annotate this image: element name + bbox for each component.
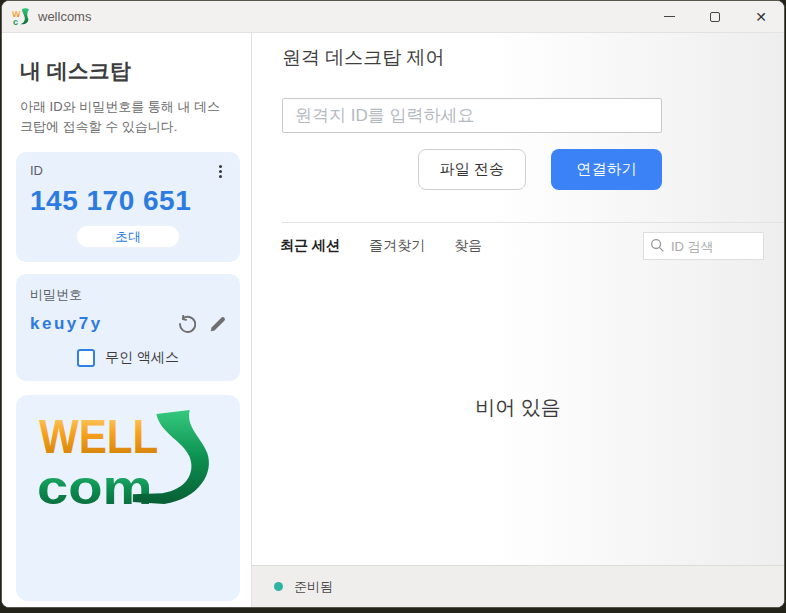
window-title: wellcoms (38, 9, 91, 24)
id-card: ID 145 170 651 초대 (16, 152, 240, 262)
sidebar-heading: 내 데스크탑 (20, 57, 239, 85)
tab-found[interactable]: 찾음 (444, 231, 492, 261)
edit-password-button[interactable] (209, 316, 226, 333)
remote-id-input[interactable] (282, 98, 662, 133)
sidebar: 내 데스크탑 아래 ID와 비밀번호를 통해 내 데스크탑에 접속할 수 있습니… (2, 33, 252, 607)
close-icon: ✕ (755, 10, 767, 24)
connect-button[interactable]: 연결하기 (551, 149, 662, 190)
main-heading: 원격 데스크탑 제어 (282, 45, 784, 71)
empty-state-text: 비어 있음 (475, 394, 561, 421)
my-id-value: 145 170 651 (30, 185, 226, 217)
svg-text:c: c (13, 17, 18, 26)
pencil-icon (209, 316, 226, 333)
unattended-access-checkbox[interactable] (77, 349, 95, 367)
logo-text-well: WELL (39, 409, 158, 463)
main-panel: 원격 데스크탑 제어 파일 전송 연결하기 최근 세션 즐겨찾기 찾음 (252, 33, 784, 607)
logo-card: WELL com (16, 395, 240, 601)
password-value: keuy7y (30, 314, 103, 334)
maximize-icon (710, 12, 720, 22)
tab-recent-sessions[interactable]: 최근 세션 (270, 231, 350, 261)
window-controls: ✕ (646, 1, 784, 33)
password-card: 비밀번호 keuy7y (16, 274, 240, 381)
refresh-password-button[interactable] (177, 315, 196, 334)
file-transfer-button[interactable]: 파일 전송 (418, 149, 526, 190)
invite-button[interactable]: 초대 (76, 225, 180, 248)
session-tabstrip: 최근 세션 즐겨찾기 찾음 (252, 223, 784, 269)
id-search-box (643, 232, 764, 260)
status-dot-icon (274, 582, 283, 591)
password-label: 비밀번호 (30, 287, 82, 302)
logo-text-com: com (37, 460, 153, 510)
sidebar-description: 아래 ID와 비밀번호를 통해 내 데스크탑에 접속할 수 있습니다. (20, 97, 230, 137)
unattended-access-label: 무인 액세스 (105, 349, 179, 367)
wellcom-logo: WELL com (35, 408, 221, 510)
app-logo-icon: W c (12, 8, 30, 26)
tab-favorites[interactable]: 즐겨찾기 (359, 231, 435, 261)
id-label: ID (30, 163, 43, 178)
app-window: W c wellcoms ✕ 내 데스크탑 아래 ID와 비밀번호를 통해 내 … (1, 0, 785, 608)
close-button[interactable]: ✕ (738, 1, 784, 33)
minimize-button[interactable] (646, 1, 692, 33)
unattended-access-row: 무인 액세스 (30, 349, 226, 367)
minimize-icon (664, 16, 675, 17)
maximize-button[interactable] (692, 1, 738, 33)
refresh-icon (177, 315, 196, 334)
session-list-area: 비어 있음 (252, 269, 784, 565)
magnifier-icon (650, 238, 665, 253)
status-text: 준비됨 (294, 578, 333, 596)
kebab-vertical-icon[interactable] (215, 163, 226, 180)
statusbar: 준비됨 (252, 565, 784, 607)
titlebar: W c wellcoms ✕ (2, 1, 784, 33)
